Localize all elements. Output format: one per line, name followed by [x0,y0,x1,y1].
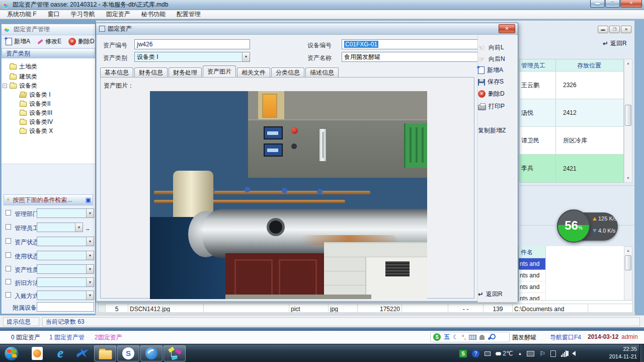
asset-nature-checkbox[interactable] [6,266,11,271]
bird-app-icon[interactable] [71,345,94,361]
ime-mode[interactable]: 五 [444,333,450,341]
dialog-close-button[interactable]: ✕ [499,24,515,33]
child-return-button[interactable]: ↵ 返回R [603,39,627,48]
show-desktop-button[interactable] [639,344,644,362]
table-row-selected[interactable]: 李兵 2421 [520,155,623,182]
tree-item-equipment-4[interactable]: 设备类IV [20,118,53,126]
save-button[interactable]: 保存S [478,78,504,86]
return-button[interactable]: ↵返回R [478,290,503,299]
tab-basic-info[interactable]: 基本信息 [100,67,133,78]
menu-window[interactable]: 窗口 [48,10,60,19]
table-vscrollbar[interactable]: ▲ ▼ [624,59,632,183]
tab-related-files[interactable]: 相关文件 [237,67,270,78]
menu-secretary[interactable]: 秘书功能 [141,10,166,19]
tray-window-icon[interactable] [485,351,491,356]
tray-flag-icon[interactable]: ⚐ [539,350,545,357]
child-close-button[interactable]: ✕ [621,26,631,33]
child-restore-button[interactable]: ❐ [609,26,620,33]
delete-button[interactable]: ✕删除D [68,37,95,46]
media-player-icon[interactable] [26,345,48,361]
menu-system[interactable]: 系统功能 F [7,10,37,19]
tray-clock[interactable]: 22:35 2014-11-21 [609,345,637,360]
restore-button[interactable]: ❐ [605,0,620,8]
next-button[interactable]: ☞向后N [478,55,505,63]
entry-mode-combo[interactable]: ▼ [37,291,94,300]
minimize-button[interactable]: ▬ [590,0,605,8]
tree-item-equipment-2[interactable]: 设备类II [20,100,51,108]
add-button[interactable]: 新增A [6,37,30,46]
asset-name-input[interactable]: 食用菌发酵罐 [342,52,487,62]
prev-button[interactable]: ☜向前L [478,43,504,52]
window-tab-1[interactable]: 1 固定资产管 [49,333,85,342]
table-row[interactable]: 汤悦 2412 [520,99,623,127]
dropdown-arrow-icon[interactable]: ▼ [242,52,250,61]
tray-help-icon[interactable]: ? [472,350,479,357]
col-location[interactable]: 存放位置 [556,59,622,71]
table-row[interactable]: 王云鹏 2326 [520,71,623,99]
copy-new-button[interactable]: 复制新增Z [478,126,506,135]
table-row[interactable]: 谭卫民 所区冷库 [520,127,623,155]
browser-ball-button[interactable] [140,345,163,361]
tray-sogou-icon[interactable]: S [459,350,467,357]
window-tab-2[interactable]: 2固定资产 [95,333,122,342]
tab-asset-photo[interactable]: 资产图片 [203,65,236,78]
sogou-browser-button[interactable]: S [117,345,139,361]
nav-window-label[interactable]: 导航窗口F4 [550,333,581,342]
tray-expand-icon[interactable]: ▲ [518,351,522,356]
moon-icon[interactable]: ☾ [453,333,459,341]
file-item[interactable]: nts and [519,270,546,281]
start-button[interactable] [4,346,19,361]
tab-description[interactable]: 描述信息 [305,67,339,78]
dropdown-arrow-icon[interactable]: ▼ [86,278,94,286]
scroll-thumb[interactable] [625,105,631,126]
keyboard-icon[interactable] [469,335,476,340]
dept-checkbox[interactable] [6,210,11,215]
tab-finance-process[interactable]: 财务处理 [169,67,202,78]
device-no-input[interactable]: C01FXG-01 [342,39,487,49]
sogou-icon[interactable]: S [433,333,441,341]
edit-button[interactable]: 修改E [37,37,61,46]
tree-item-equipment[interactable]: −设备类 [3,82,37,90]
col-manager[interactable]: 管理员工 [520,59,556,71]
asset-nature-combo[interactable]: ▼ [37,264,94,274]
scroll-up-arrow[interactable]: ▲ [624,247,632,255]
menu-learn-nav[interactable]: 学习导航 [71,10,95,19]
close-button[interactable]: ✕ [620,0,642,8]
print-button[interactable]: 打印P [478,102,505,111]
scroll-up-arrow[interactable]: ▲ [624,59,632,67]
tray-volume-icon[interactable] [572,351,576,356]
dropdown-arrow-icon[interactable]: ▼ [86,209,94,218]
scroll-thumb[interactable] [625,255,631,270]
memory-speed-ball[interactable]: 56% [557,209,590,243]
collapse-icon[interactable]: − [3,84,7,88]
category-combo[interactable]: 设备类 I ▼ [134,52,250,62]
new-button[interactable]: 新增A [478,66,503,75]
tree-item-equipment-3[interactable]: 设备类III [20,109,52,117]
asset-no-input[interactable]: jw426 [134,39,250,49]
tray-clipboard-icon[interactable] [550,350,556,357]
delete-button[interactable]: ✕删除D [478,90,505,98]
dropdown-arrow-icon[interactable]: ▼ [86,265,94,273]
usage-status-combo[interactable]: ▼ [37,251,94,260]
dept-combo[interactable]: ▼ [37,208,94,218]
internet-explorer-icon[interactable]: e [49,345,71,361]
asset-status-combo[interactable]: ▼ [37,237,94,246]
asset-status-checkbox[interactable] [6,238,11,244]
tray-display-icon[interactable] [527,351,534,356]
usage-status-checkbox[interactable] [6,252,11,258]
menu-fixed-assets[interactable]: 固定资产 [106,10,130,19]
file-item-selected[interactable]: nts and [519,258,546,270]
file-item[interactable]: nts and [519,281,546,293]
menu-config[interactable]: 配置管理 [177,10,201,19]
wrench-icon[interactable] [488,334,494,340]
child-minimize-button[interactable]: ▬ [598,26,608,33]
tree-item-equipment-x[interactable]: 设备类 X [20,127,53,135]
employee-combo[interactable]: ▼ [37,223,83,232]
employee-checkbox[interactable] [6,224,11,230]
tab-finance-info[interactable]: 财务信息 [134,67,168,78]
attachment-input[interactable] [37,302,94,312]
tree-item-equipment-1[interactable]: 设备类 I [20,91,51,99]
tray-weather[interactable]: 2℃ [496,350,513,357]
window-tab-0[interactable]: 0 固定资产 [11,333,40,342]
dropdown-arrow-icon[interactable]: ▼ [75,223,83,232]
